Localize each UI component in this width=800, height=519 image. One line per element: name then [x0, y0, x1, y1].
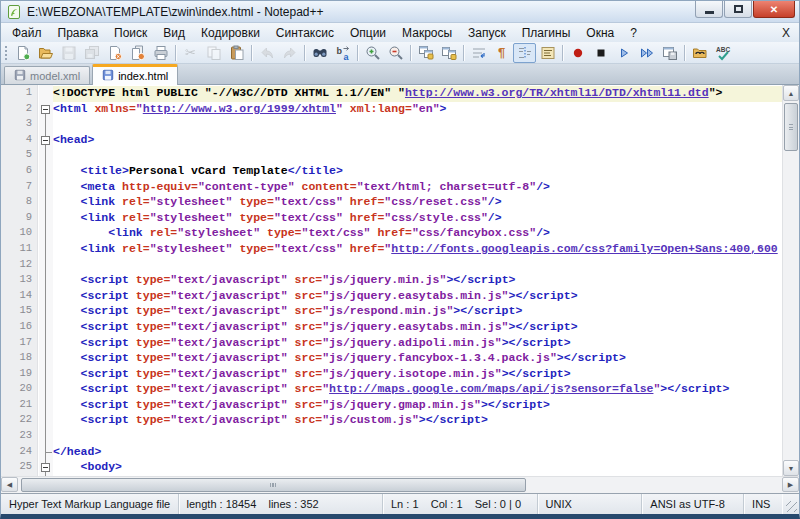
function-list-icon[interactable] — [536, 43, 559, 63]
macro-save-icon[interactable] — [658, 43, 681, 63]
code-text[interactable]: <link rel="stylesheet" type="text/css" h… — [53, 195, 782, 211]
tab-label: model.xml — [30, 70, 80, 82]
plugin-mime-icon[interactable] — [688, 43, 711, 63]
code-text[interactable]: <script type="text/javascript" src="js/j… — [53, 367, 782, 383]
menu-item[interactable]: Синтаксис — [268, 25, 342, 41]
menu-item[interactable]: Плагины — [514, 25, 579, 41]
status-insert-mode[interactable]: INS — [744, 494, 782, 514]
editor-line: 9 <link rel="stylesheet" type="text/css"… — [1, 211, 782, 227]
copy-icon[interactable] — [202, 43, 225, 63]
line-number: 21 — [1, 398, 39, 414]
tab-index-html[interactable]: index.html — [92, 64, 178, 85]
code-text[interactable]: <link rel="stylesheet" type="text/css" h… — [53, 211, 782, 227]
redo-icon[interactable] — [278, 43, 301, 63]
code-text[interactable]: <title>Personal vCard Template</title> — [53, 164, 782, 180]
new-file-icon[interactable] — [11, 43, 34, 63]
show-all-chars-icon[interactable]: ¶ — [490, 43, 513, 63]
scroll-up-button[interactable]: ▲ — [783, 85, 799, 101]
scroll-left-button[interactable]: ◀ — [1, 477, 18, 492]
vertical-scroll-thumb[interactable] — [784, 103, 798, 151]
word-wrap-icon[interactable] — [467, 43, 490, 63]
find-icon[interactable] — [308, 43, 331, 63]
open-file-icon[interactable] — [34, 43, 57, 63]
zoom-out-icon[interactable] — [384, 43, 407, 63]
spell-check-icon[interactable]: ABC — [711, 43, 734, 63]
scroll-down-button[interactable]: ▼ — [783, 460, 799, 476]
toolbar-separator — [304, 45, 305, 61]
close-button[interactable]: ✕ — [753, 1, 795, 18]
code-text[interactable]: <meta http-equiv="content-type" content=… — [53, 180, 782, 196]
tab-model-xml[interactable]: model.xml — [4, 66, 90, 84]
code-text[interactable]: <script type="text/javascript" src="js/j… — [53, 273, 782, 289]
editor-line: 20 <script type="text/javascript" src="h… — [1, 382, 782, 398]
menu-item[interactable]: Правка — [50, 25, 107, 41]
code-text[interactable]: <script type="text/javascript" src="js/j… — [53, 336, 782, 352]
menu-bar: ФайлПравкаПоискВидКодировкиСинтаксисОпци… — [1, 23, 799, 42]
minimize-button[interactable] — [695, 1, 723, 18]
horizontal-scroll-thumb[interactable] — [21, 478, 526, 492]
menu-item[interactable]: ? — [622, 25, 645, 41]
svg-text:a: a — [343, 52, 349, 61]
undo-icon[interactable] — [255, 43, 278, 63]
code-text[interactable]: <!DOCTYPE html PUBLIC "-//W3C//DTD XHTML… — [53, 86, 782, 102]
zoom-in-icon[interactable] — [361, 43, 384, 63]
code-text[interactable]: </head> — [53, 445, 782, 461]
fold-margin-cell — [39, 195, 53, 211]
horizontal-scroll-track[interactable] — [526, 477, 782, 493]
menu-item[interactable]: Кодировки — [193, 25, 268, 41]
close-all-icon[interactable] — [126, 43, 149, 63]
macro-stop-icon[interactable] — [589, 43, 612, 63]
code-text[interactable]: <script type="text/javascript" src="http… — [53, 382, 782, 398]
macro-run-multi-icon[interactable] — [635, 43, 658, 63]
code-text[interactable]: <script type="text/javascript" src="js/j… — [53, 398, 782, 414]
code-text[interactable]: <script type="text/javascript" src="js/j… — [53, 351, 782, 367]
code-text[interactable]: <script type="text/javascript" src="js/r… — [53, 304, 782, 320]
code-text[interactable]: <link rel="stylesheet" type="text/css" h… — [53, 242, 782, 258]
line-number: 18 — [1, 351, 39, 367]
code-text[interactable]: <link rel="stylesheet" type="text/css" h… — [53, 226, 782, 242]
menu-close-document-button[interactable]: X — [782, 26, 790, 40]
close-file-icon[interactable] — [103, 43, 126, 63]
menu-item[interactable]: Поиск — [106, 25, 155, 41]
resize-grip[interactable] — [782, 494, 799, 514]
code-text[interactable] — [53, 429, 782, 445]
print-icon[interactable] — [149, 43, 172, 63]
code-text[interactable]: <body> — [53, 460, 782, 476]
maximize-button[interactable] — [724, 1, 752, 18]
sync-vertical-icon[interactable] — [414, 43, 437, 63]
code-text[interactable]: <head> — [53, 133, 782, 149]
save-all-icon[interactable] — [80, 43, 103, 63]
code-text[interactable] — [53, 148, 782, 164]
menu-item[interactable]: Окна — [578, 25, 622, 41]
menu-item[interactable]: Вид — [155, 25, 193, 41]
replace-icon[interactable]: ba — [331, 43, 354, 63]
code-text[interactable]: <script type="text/javascript" src="js/c… — [53, 413, 782, 429]
fold-toggle-icon[interactable] — [41, 105, 50, 114]
code-editor[interactable]: 1<!DOCTYPE html PUBLIC "-//W3C//DTD XHTM… — [1, 85, 782, 476]
menu-item[interactable]: Макросы — [394, 25, 460, 41]
paste-icon[interactable] — [225, 43, 248, 63]
editor-line: 19 <script type="text/javascript" src="j… — [1, 367, 782, 383]
vertical-scrollbar[interactable]: ▲ ▼ — [782, 85, 799, 476]
editor-line: 2<html xmlns="http://www.w3.org/1999/xht… — [1, 102, 782, 118]
status-cursor-position: Ln : 1 Col : 1 Sel : 0 | 0 — [383, 494, 538, 514]
code-text[interactable]: <script type="text/javascript" src="js/j… — [53, 320, 782, 336]
save-icon[interactable] — [57, 43, 80, 63]
indent-guide-icon[interactable] — [513, 43, 536, 63]
cut-icon[interactable]: ✂ — [179, 43, 202, 63]
menu-item[interactable]: Файл — [4, 25, 50, 41]
fold-toggle-icon[interactable] — [41, 136, 50, 145]
code-text[interactable]: <html xmlns="http://www.w3.org/1999/xhtm… — [53, 102, 782, 118]
horizontal-scrollbar[interactable]: ◀ ▶ — [1, 476, 799, 493]
sync-horizontal-icon[interactable] — [437, 43, 460, 63]
fold-toggle-icon[interactable] — [41, 463, 50, 472]
code-text[interactable] — [53, 117, 782, 133]
menu-item[interactable]: Запуск — [460, 25, 514, 41]
menu-item[interactable]: Опции — [342, 25, 394, 41]
fold-margin-cell — [39, 289, 53, 305]
code-text[interactable]: <script type="text/javascript" src="js/j… — [53, 289, 782, 305]
macro-play-icon[interactable] — [612, 43, 635, 63]
scroll-right-button[interactable]: ▶ — [782, 477, 799, 492]
code-text[interactable] — [53, 258, 782, 274]
macro-record-icon[interactable] — [566, 43, 589, 63]
